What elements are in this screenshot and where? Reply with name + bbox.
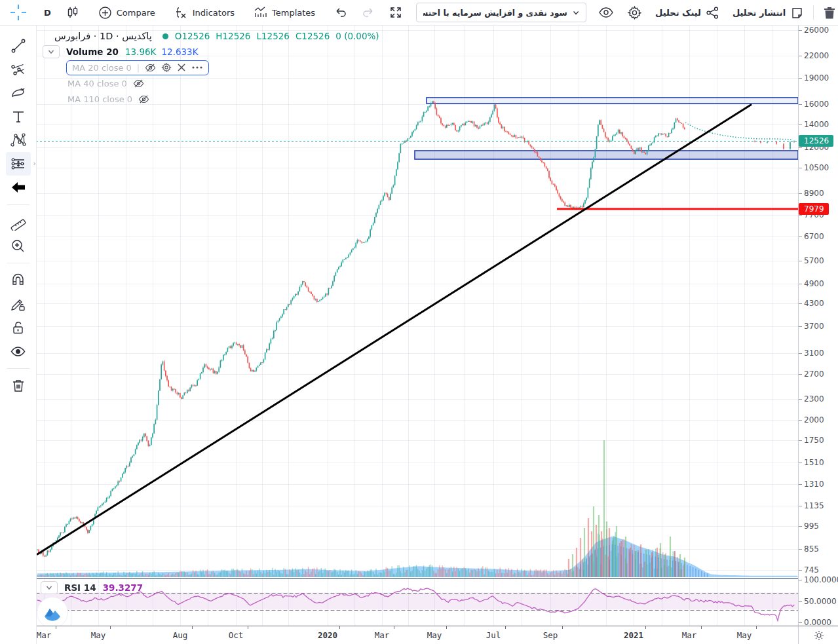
text-tool[interactable] (6, 105, 31, 128)
crosshair-tool[interactable] (0, 4, 36, 21)
theme-toggle[interactable] (798, 626, 838, 644)
ohlc-open: O12526 (175, 31, 210, 41)
time-tick-mark (339, 626, 340, 629)
gear-icon[interactable] (161, 62, 172, 73)
volume-legend-row: Volume 20 13.96K 12.633K (54, 45, 379, 59)
fullscreen-icon (389, 5, 403, 20)
gear-icon (627, 5, 642, 20)
ma110-label[interactable]: MA 110 close 0 (67, 94, 132, 104)
price-axis[interactable]: 2600022000190001600014000120001050089007… (798, 25, 838, 626)
trend-line-tool[interactable] (6, 34, 31, 58)
ma20-indicator[interactable]: MA 20 close 0 | (66, 60, 209, 75)
candlestick-icon (66, 5, 80, 20)
rsi-axis-label: 100.0000 (804, 575, 838, 584)
hide-drawings-button[interactable] (592, 3, 620, 22)
time-tick-label: 2021 (624, 630, 643, 640)
eye-off-icon[interactable] (138, 94, 149, 105)
price-tick-label: 5700 (804, 256, 824, 265)
interval-button[interactable]: D (36, 3, 59, 22)
tool-expand-caret[interactable]: › (33, 160, 36, 167)
mountain-logo-icon (43, 603, 62, 622)
templates-icon (253, 5, 267, 20)
price-tick-label: 1750 (804, 436, 824, 445)
price-adjustment-dropdown[interactable]: سود نقدی و افزایش سرمایه با احتساب آورده (416, 3, 586, 22)
templates-button[interactable]: Templates (246, 3, 322, 22)
link-analysis-button[interactable]: لینک تحلیل (649, 3, 726, 22)
remove-chart-button[interactable] (816, 3, 838, 22)
chart-plot-area[interactable]: پاکدیس · 1D · فرابورس O12526 H12526 L125… (36, 25, 798, 626)
eye-off-icon[interactable] (133, 78, 144, 89)
brush-icon (10, 85, 27, 102)
zoom-in-icon (10, 238, 26, 254)
price-tick-label: 22000 (804, 51, 829, 60)
ma110-indicator[interactable]: MA 110 close 0 (67, 94, 149, 105)
ma40-indicator[interactable]: MA 40 close 0 (67, 78, 144, 89)
compare-icon (98, 6, 112, 20)
remove-drawings-tool[interactable] (6, 374, 31, 398)
chart-canvas[interactable] (36, 25, 798, 626)
drawing-mode-tool[interactable] (6, 292, 31, 316)
brush-tool[interactable] (6, 81, 31, 105)
magnet-tool[interactable] (6, 269, 31, 292)
measure-tool[interactable] (6, 210, 31, 234)
pitchfork-icon (10, 61, 27, 78)
indicators-fx-icon (174, 5, 188, 20)
rsi-indicator-label[interactable]: RSI 14 (64, 582, 96, 593)
pitchfork-tool[interactable] (6, 58, 31, 81)
time-tick-label: Mar (682, 630, 697, 640)
close-icon[interactable] (177, 63, 186, 72)
indicators-button[interactable]: Indicators (167, 3, 241, 22)
collapse-rsi-button[interactable] (41, 581, 58, 594)
toolbar-separator (7, 368, 29, 369)
redo-button[interactable] (354, 3, 382, 22)
compare-button[interactable]: Compare (92, 3, 162, 22)
time-axis[interactable]: MarMayAugOct2020MarMayJulSep2021MarMay (36, 626, 798, 644)
topbar-right-group: لینک تحلیل انتشار تحلیل (620, 3, 838, 22)
market-status-dot (162, 33, 168, 39)
settings-button[interactable] (620, 3, 649, 22)
ma20-label[interactable]: MA 20 close 0 (72, 63, 132, 73)
trading-app: D Compare Indicators (0, 0, 838, 644)
drawing-toolbar: › (0, 25, 37, 644)
link-analysis-label: لینک تحلیل (655, 8, 701, 18)
price-tick-label: 1135 (804, 501, 824, 510)
arrow-marker-tool[interactable] (6, 176, 31, 199)
price-tick-label: 3100 (804, 349, 824, 358)
time-tick-label: Mar (375, 630, 390, 640)
time-tick-label: Jul (486, 630, 501, 640)
lock-all-tool[interactable] (6, 316, 31, 339)
redo-icon (361, 5, 375, 20)
rsi-axis-label: 50.0000 (804, 597, 837, 606)
price-tick-label: 26000 (804, 26, 829, 35)
price-tick-label: 1510 (804, 458, 824, 467)
publish-analysis-button[interactable]: انتشار تحلیل (726, 3, 810, 22)
time-tick-label: May (427, 630, 442, 640)
ma40-label[interactable]: MA 40 close 0 (67, 79, 127, 88)
magnet-icon (10, 273, 26, 289)
chart-type-button[interactable] (59, 3, 86, 22)
volume-indicator-label[interactable]: Volume 20 (66, 47, 119, 57)
time-tick-mark (446, 626, 447, 629)
price-tick-label: 745 (804, 565, 819, 575)
ma20-legend-row: MA 20 close 0 | (54, 60, 379, 75)
price-tick-label: 855 (804, 544, 819, 554)
eye-icon (10, 343, 26, 360)
arrow-left-icon (10, 179, 27, 196)
undo-button[interactable] (327, 3, 354, 22)
pattern-tool[interactable] (6, 128, 31, 152)
templates-label: Templates (272, 8, 315, 18)
fullscreen-button[interactable] (382, 3, 409, 22)
more-options-icon[interactable] (191, 66, 203, 69)
eye-off-icon[interactable] (145, 62, 156, 73)
hide-all-tool[interactable] (6, 339, 31, 363)
price-tick-label: 16000 (804, 100, 829, 109)
chevron-down-icon (46, 584, 52, 591)
collapse-main-legend-button[interactable] (43, 45, 60, 58)
ohlc-low: L12526 (256, 31, 289, 41)
zoom-in-tool[interactable] (6, 234, 31, 257)
xabcd-pattern-icon (10, 132, 27, 149)
projection-tool-selected[interactable]: › (6, 152, 31, 176)
sun-icon (814, 630, 824, 641)
symbol-title[interactable]: پاکدیس · 1D · فرابورس (54, 31, 152, 41)
rsi-value: 39.3277 (103, 582, 143, 593)
